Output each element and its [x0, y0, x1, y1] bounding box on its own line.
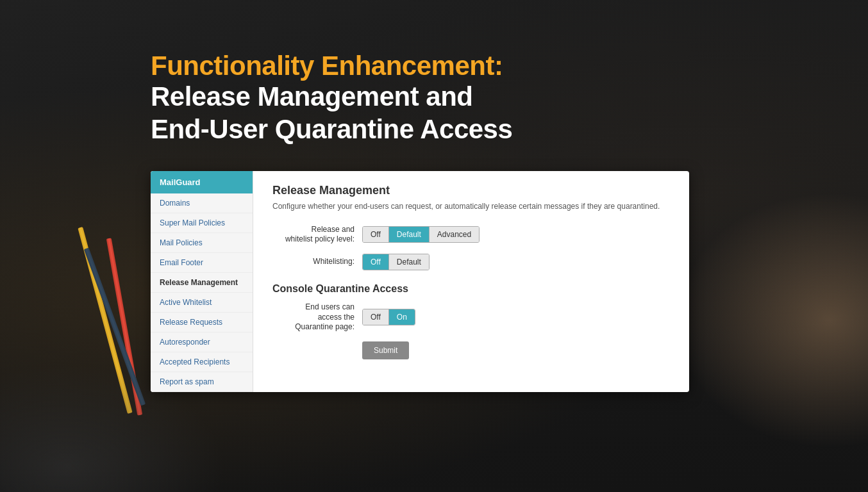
sidebar: MailGuard Domains Super Mail Policies Ma… — [151, 171, 253, 392]
quarantine-access-title: Console Quarantine Access — [272, 283, 670, 295]
quarantine-access-label: End users canaccess theQuarantine page: — [272, 302, 362, 332]
release-policy-label: Release andwhitelist policy level: — [272, 225, 362, 245]
submit-button[interactable]: Submit — [362, 341, 409, 359]
sidebar-item-accepted-recipients[interactable]: Accepted Recipients — [151, 352, 253, 372]
quarantine-access-row: End users canaccess theQuarantine page: … — [272, 302, 670, 332]
release-policy-default-button[interactable]: Default — [389, 227, 430, 242]
page-content: Functionality Enhancement: Release Manag… — [0, 0, 868, 492]
sidebar-item-autoresponder[interactable]: Autoresponder — [151, 332, 253, 352]
main-content: Release Management Configure whether you… — [253, 171, 689, 392]
release-policy-row: Release andwhitelist policy level: Off D… — [272, 225, 670, 245]
headline: Functionality Enhancement: Release Manag… — [151, 51, 512, 145]
quarantine-off-button[interactable]: Off — [363, 309, 389, 325]
sidebar-item-release-requests[interactable]: Release Requests — [151, 313, 253, 332]
sidebar-item-email-footer[interactable]: Email Footer — [151, 253, 253, 273]
quarantine-on-button[interactable]: On — [389, 309, 415, 325]
sidebar-item-active-whitelist[interactable]: Active Whitelist — [151, 293, 253, 313]
headline-bottom-line1: Release Management and — [151, 81, 512, 113]
sidebar-header[interactable]: MailGuard — [151, 171, 253, 193]
release-policy-buttons: Off Default Advanced — [362, 226, 480, 243]
sidebar-item-release-management[interactable]: Release Management — [151, 273, 253, 293]
sidebar-item-report-as-spam[interactable]: Report as spam — [151, 372, 253, 392]
whitelisting-off-button[interactable]: Off — [363, 254, 389, 270]
whitelisting-label: Whitelisting: — [272, 257, 362, 267]
headline-bottom-line2: End-User Quarantine Access — [151, 113, 512, 145]
quarantine-access-buttons: Off On — [362, 309, 415, 325]
sidebar-item-mail-policies[interactable]: Mail Policies — [151, 233, 253, 253]
headline-top: Functionality Enhancement: — [151, 51, 512, 81]
submit-row: Submit — [272, 341, 670, 359]
whitelisting-row: Whitelisting: Off Default — [272, 254, 670, 270]
ui-panel: MailGuard Domains Super Mail Policies Ma… — [151, 171, 689, 392]
whitelisting-buttons: Off Default — [362, 254, 430, 270]
sidebar-item-super-mail-policies[interactable]: Super Mail Policies — [151, 213, 253, 233]
whitelisting-default-button[interactable]: Default — [389, 254, 429, 270]
sidebar-item-domains[interactable]: Domains — [151, 193, 253, 213]
release-management-section: Release Management Configure whether you… — [272, 184, 670, 270]
release-policy-advanced-button[interactable]: Advanced — [430, 227, 479, 242]
release-policy-off-button[interactable]: Off — [363, 227, 389, 242]
quarantine-access-section: Console Quarantine Access End users cana… — [272, 283, 670, 359]
release-management-desc: Configure whether your end-users can req… — [272, 201, 670, 212]
release-management-title: Release Management — [272, 184, 670, 197]
